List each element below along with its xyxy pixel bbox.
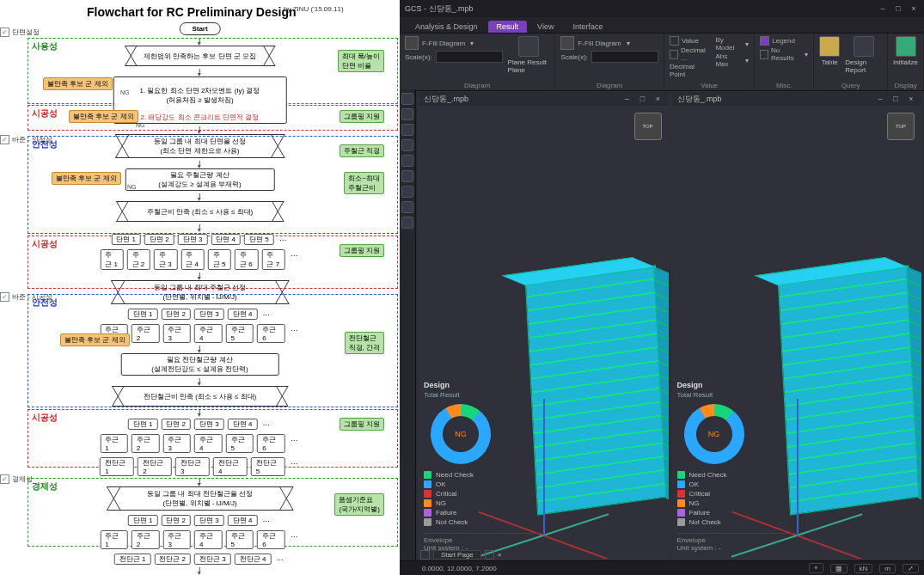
node-n8: 전단철근비 만족 (최소 ≤ 사용 ≤ 최대) (118, 386, 283, 407)
flowchart-panel: Flowchart for RC Preliminary Design by Z… (0, 0, 400, 575)
design-result-panel-1: Design Total Result NG Need Check OK Cri… (424, 381, 544, 552)
node-n1: 제한범위 만족하는 후보 단면 군 모집 (131, 46, 270, 66)
row-sec4-a: 단면 1단면 2단면 3단면 4… (128, 309, 272, 320)
expand-icon[interactable]: ⤢ (903, 564, 919, 573)
close-icon[interactable]: × (909, 3, 919, 14)
app-window: GCS - 신당동_.mpb – □ × Analysis & Design R… (400, 0, 924, 575)
pin-icon[interactable] (485, 550, 494, 560)
unit-length[interactable]: m (879, 564, 896, 573)
viewport-2[interactable]: TOP Design Total Result NG Need Check OK… (672, 106, 922, 559)
design-report-button[interactable]: Design Report (845, 36, 882, 74)
statusbar: 0.0000, 12.0000, 7.2000 ⌖ ▦ kN m ⤢ (400, 560, 924, 575)
tab-analysis[interactable]: Analysis & Design (407, 21, 486, 33)
tab-result[interactable]: Result (488, 21, 528, 33)
start-page-tab[interactable]: Start Page (433, 550, 481, 560)
tag-o1: 불만족 후보 군 제외 (43, 77, 113, 90)
viewport-1[interactable]: TOP Design Total Result NG Need Check OK… (419, 106, 669, 559)
node-start: Start (179, 22, 220, 35)
design-donut-chart: NG (431, 404, 491, 464)
tag-s3: 주철근 직경 (340, 144, 384, 157)
node-n6: 동일 그룹 내 최대 주철근 선정 (단면별, 위치별 - IJ/M/J) (118, 280, 283, 304)
pane-title-1[interactable]: 신당동_.mpb – □ × (419, 92, 669, 106)
home-icon[interactable] (420, 550, 430, 560)
snap-toggle[interactable]: ⌖ (809, 563, 823, 573)
tag-s6: 전단철근 직경, 간격 (345, 332, 384, 354)
tag-o2: 불만족 후보 군 제외 (69, 110, 138, 123)
tag-s5: 그룹핑 지원 (340, 244, 384, 257)
scale-input-1[interactable] (436, 51, 503, 63)
group-misc: Legend No Results ▾ Misc. (755, 34, 814, 90)
fill-diagram-icon[interactable] (405, 36, 419, 50)
flowchart-byline: by ZINU ('15.09.11) (284, 5, 344, 13)
design-result-panel-2: Design Total Result NG Need Check OK Cri… (677, 381, 798, 552)
workspace: 신당동_.mpb – □ × TOP Design Total Result N… (400, 89, 924, 561)
node-n3: 동일 그룹 내 최대 단면을 선정 (최소 단면 제한으로 사용) (122, 134, 278, 158)
tool-icon[interactable] (401, 93, 413, 105)
tag-s7: 그룹핑 지원 (340, 418, 384, 431)
design-legend: Need Check OK Critical NG Failure Not Ch… (424, 471, 544, 526)
tab-view[interactable]: View (529, 21, 562, 33)
tag-s1: 최대 폭/높이 단면 비율 (338, 50, 384, 72)
flow-main-column: Start 제한범위 만족하는 후보 단면 군 모집 1. 필요한 최소 단면 … (100, 22, 300, 575)
group-diagram-2: F-Fill Diagram ▾ Scale(x): Diagram (555, 34, 664, 90)
chk-section[interactable]: ✓단면설정 (0, 28, 40, 37)
viewport-pane-2: 신당동_.mpb –□× TOP Design Total Result NG … (671, 91, 923, 560)
tab-interface[interactable]: Interface (564, 21, 611, 33)
pane-close-icon[interactable]: × (653, 94, 664, 104)
viewport-pane-1: 신당동_.mpb – □ × TOP Design Total Result N… (418, 91, 670, 560)
row-sections-5: 단면 1단면 2단면 3단면 4단면 5… (111, 234, 288, 245)
row-reb6-c: 주근 1주근 2주근 3주근 4주근 5주근 6… (100, 530, 300, 549)
row-shear-a: 전단근 1전단근 2전단근 3전단근 4전단근 5… (100, 457, 300, 476)
pane-min-icon[interactable]: – (622, 94, 633, 104)
node-n4: 필요 주철근량 계산 (설계강도 ≥ 설계용 부재력) (125, 168, 275, 191)
row-reb6-a: 주근 1주근 2주근 3주근 4주근 5주근 6… (100, 324, 300, 343)
group-query: Table Design Report Query (814, 34, 888, 90)
node-n9: 동일 그룹 내 최대 전단철근을 선정 (단면별, 위치별 - IJ/M/J) (113, 486, 287, 511)
group-value: Value Decimal … Decimal Point By Model ▾… (664, 34, 755, 90)
left-toolstrip (400, 89, 416, 561)
bottom-tabs: Start Page × (420, 547, 501, 561)
tag-o3: 불만족 후보 군 제외 (52, 172, 121, 185)
unit-force[interactable]: kN (854, 564, 873, 573)
noresults-check[interactable]: No Results ▾ (760, 46, 808, 62)
tag-s4: 최소~최대 주철근비 (344, 172, 384, 194)
scale-input-2[interactable] (591, 51, 658, 63)
ribbon: F-Fill Diagram ▾ Scale(x): Plane Result … (400, 34, 924, 91)
row-shear-b: 전단근 1전단근 2전단근 3전단근 4… (114, 554, 286, 565)
row-sec4-b: 단면 1단면 2단면 3단면 4… (128, 419, 272, 430)
pane-max-icon[interactable]: □ (638, 94, 648, 104)
grid-toggle[interactable]: ▦ (830, 564, 848, 573)
node-n5: 주철근비 만족 (최소 ≤ 사용 ≤ 최대) (122, 201, 278, 222)
titlebar[interactable]: GCS - 신당동_.mpb – □ × (400, 0, 924, 17)
coord-readout: 0.0000, 12.0000, 7.2000 (422, 565, 497, 572)
view-cube-icon[interactable]: TOP (634, 113, 662, 140)
building-model[interactable] (778, 265, 921, 515)
row-reb6-b: 주근 1주근 2주근 3주근 4주근 5주근 6… (100, 434, 300, 453)
view-cube-icon[interactable]: TOP (887, 113, 915, 140)
building-model[interactable] (525, 265, 668, 515)
max-icon[interactable]: □ (893, 3, 903, 14)
row-rebar-7: 주근 1주근 2주근 3주근 4주근 5주근 6주근 7… (100, 249, 300, 270)
app-title: GCS - 신당동_.mpb (405, 3, 474, 15)
tag-o4: 불만족 후보 군 제외 (60, 333, 130, 346)
flowchart-title: Flowchart for RC Preliminary Design (87, 5, 395, 19)
plane-result-button[interactable]: Plane Result Plane (508, 36, 550, 74)
fill-diagram-icon-2[interactable] (560, 36, 574, 50)
tag-s2: 그룹핑 지원 (340, 110, 384, 123)
ribbon-tabs: Analysis & Design Result View Interface (400, 17, 924, 34)
min-icon[interactable]: – (878, 3, 888, 14)
node-n7: 필요 전단철근량 계산 (설계전단강도 ≤ 설계용 전단력) (121, 353, 279, 376)
row-sec4-c: 단면 1단면 2단면 3단면 4… (128, 515, 272, 526)
pane-title-2[interactable]: 신당동_.mpb –□× (672, 92, 922, 106)
table-button[interactable]: Table (819, 36, 840, 66)
tag-s8: 품셈기준표 (국가/지역별) (334, 493, 384, 516)
initialize-button[interactable]: Initialize (893, 36, 918, 66)
legend-check[interactable]: Legend (760, 36, 808, 46)
group-diagram-1: F-Fill Diagram ▾ Scale(x): Plane Result … (400, 34, 555, 90)
node-n2: 1. 필요한 최소 단면 2차모멘트 (Iy) 결정 (허용처짐 ≥ 발생처짐)… (113, 76, 287, 124)
group-display: Initialize Display (888, 34, 924, 90)
